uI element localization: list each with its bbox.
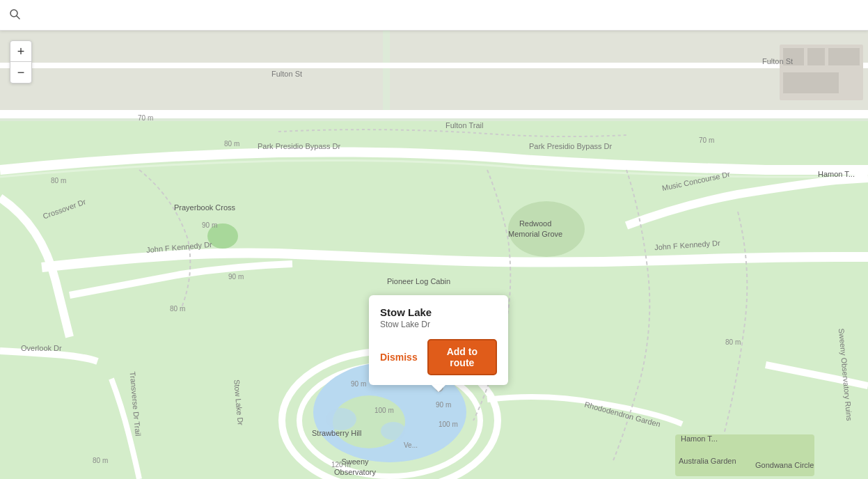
popup-title: Stow Lake [380, 306, 497, 318]
map[interactable]: Fulton St Fulton St Fulton Trail Park Pr… [0, 31, 868, 479]
svg-rect-16 [783, 48, 804, 65]
popup-subtitle: Stow Lake Dr [380, 320, 497, 329]
popup-actions: Dismiss Add to route [380, 339, 497, 375]
svg-rect-17 [807, 48, 825, 65]
search-icon [10, 9, 20, 22]
svg-rect-19 [783, 72, 839, 93]
dismiss-button[interactable]: Dismiss [380, 352, 418, 363]
search-bar: Stow Lake, Stow Lake Dr, San Francisco, … [0, 0, 868, 31]
zoom-out-button[interactable]: − [10, 62, 31, 83]
svg-point-13 [381, 422, 406, 440]
zoom-in-button[interactable]: + [10, 41, 31, 62]
add-route-button[interactable]: Add to route [427, 339, 497, 375]
svg-point-12 [326, 408, 356, 430]
svg-rect-21 [675, 434, 814, 476]
svg-point-14 [207, 223, 238, 249]
zoom-controls: + − [10, 40, 32, 84]
svg-point-20 [508, 201, 585, 257]
svg-rect-18 [828, 48, 860, 65]
svg-line-1 [17, 16, 19, 19]
location-popup: Stow Lake Stow Lake Dr Dismiss Add to ro… [369, 295, 508, 385]
search-input[interactable]: Stow Lake, Stow Lake Dr, San Francisco, … [27, 10, 445, 21]
svg-rect-4 [0, 31, 383, 118]
